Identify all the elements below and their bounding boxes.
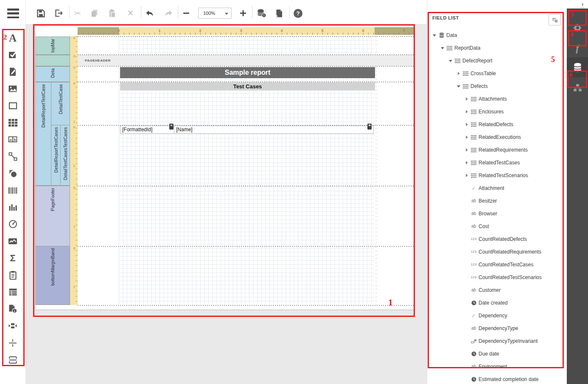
palette-item-chart[interactable] xyxy=(0,199,25,216)
chevron-collapsed-icon[interactable] xyxy=(466,123,468,126)
field-list-item-browser[interactable]: abBrowser xyxy=(427,207,567,220)
chevron-expanded-icon[interactable] xyxy=(457,85,460,88)
band-header-unnamed[interactable] xyxy=(35,55,70,66)
palette-item-panel[interactable] xyxy=(0,97,25,114)
data-field-name[interactable]: [Name] xyxy=(174,126,374,134)
chevron-collapsed-icon[interactable] xyxy=(466,97,468,101)
band-header-topMar[interactable]: topMar xyxy=(35,37,70,55)
palette-item-stacked-bars[interactable] xyxy=(0,351,25,368)
field-list-item-attachment[interactable]: ✓Attachment xyxy=(427,182,567,195)
data-field-formattedid[interactable]: [FormattedId] xyxy=(120,126,174,134)
field-list-item-dependencytype[interactable]: abDependencyType xyxy=(427,322,567,335)
palette-item-barcode[interactable] xyxy=(0,182,25,199)
field-list-item-relatedtestscenarios[interactable]: RelatedTestScenarios xyxy=(427,169,567,182)
band-separator-line[interactable] xyxy=(78,66,415,67)
palette-item-data-grid[interactable] xyxy=(0,284,25,301)
palette-item-total[interactable]: Σ xyxy=(0,250,25,267)
zoom-in-button[interactable] xyxy=(239,8,247,19)
field-list-item-countrelatedrequirements[interactable]: 123CountRelatedRequirements xyxy=(427,246,567,258)
palette-item-clipboard[interactable] xyxy=(0,267,25,284)
field-list-item-besitzer[interactable]: abBesitzer xyxy=(427,195,567,207)
save-button[interactable] xyxy=(36,8,45,19)
collapse-panel-chevron-icon[interactable]: › xyxy=(582,1,583,7)
field-list-item-dependencytypeinvariant[interactable]: DependencyTypeInvariant xyxy=(427,335,567,347)
chevron-collapsed-icon[interactable] xyxy=(466,136,468,139)
field-list-item-dependency[interactable]: ✓Dependency xyxy=(427,309,567,322)
palette-item-text[interactable]: A xyxy=(0,29,25,46)
chevron-expanded-icon[interactable] xyxy=(433,34,436,37)
chevron-expanded-icon[interactable] xyxy=(449,60,452,62)
band-header-bottomMarginBand[interactable]: bottomMarginBand xyxy=(35,246,70,305)
data-sources-icon: ! xyxy=(257,8,266,18)
field-list-item-countrelateddefects[interactable]: 123CountRelatedDefects xyxy=(427,233,567,246)
field-list-item-relateddefects[interactable]: RelatedDefects xyxy=(427,118,567,131)
palette-item-table[interactable] xyxy=(0,114,25,131)
palette-item-line[interactable] xyxy=(0,148,25,165)
field-list-item-customer[interactable]: abCustomer xyxy=(427,284,567,296)
field-list-item-reportdata[interactable]: ReportData xyxy=(427,42,567,54)
field-list-item-environment[interactable]: abEnvironment xyxy=(427,360,567,373)
right-rail-gear-button[interactable] xyxy=(567,18,588,38)
data-sources-button[interactable]: ! xyxy=(257,8,266,19)
chevron-expanded-icon[interactable] xyxy=(441,47,444,49)
field-list-item-relatedtestcases[interactable]: RelatedTestCases xyxy=(427,156,567,169)
band-separator-line[interactable] xyxy=(78,36,415,37)
page-header-band[interactable]: PAGEHEADER xyxy=(78,55,415,66)
band-header-DetailReportTestCase[interactable]: DetailReportTestCase xyxy=(35,82,51,186)
chevron-collapsed-icon[interactable] xyxy=(458,72,460,75)
report-subtitle-element[interactable]: Test Cases xyxy=(120,82,375,90)
chevron-collapsed-icon[interactable] xyxy=(466,174,468,177)
right-rail-structure-button[interactable] xyxy=(567,78,588,98)
field-list-item-crosstable[interactable]: CrossTable xyxy=(427,67,567,80)
zoom-out-button[interactable] xyxy=(182,8,190,19)
palette-item-image[interactable] xyxy=(0,80,25,97)
field-list-item-cost[interactable]: abCost xyxy=(427,220,567,233)
field-list-item-relatedrequirements[interactable]: RelatedRequirements xyxy=(427,144,567,156)
field-list-options-button[interactable] xyxy=(549,14,561,25)
band-separator-line[interactable] xyxy=(78,305,415,306)
band-header-DetailTestCase[interactable]: DetailTestCase xyxy=(51,82,70,125)
field-list-item-label: Estimated completion date xyxy=(479,376,538,382)
palette-item-sub-report[interactable]: i xyxy=(0,300,25,317)
palette-item-page-break[interactable] xyxy=(0,317,25,334)
field-list-item-due-date[interactable]: Due date xyxy=(427,347,567,360)
band-separator-line[interactable] xyxy=(78,82,415,82)
field-list-item-date-created[interactable]: Date created xyxy=(427,296,567,309)
chevron-collapsed-icon[interactable] xyxy=(466,110,468,113)
chevron-collapsed-icon[interactable] xyxy=(466,161,468,164)
band-header-DetailReportTestCases[interactable]: DetailReportTestCases xyxy=(51,125,61,186)
band-separator-line[interactable] xyxy=(78,125,415,126)
field-list-item-relatedexecutions[interactable]: RelatedExecutions xyxy=(427,131,567,144)
right-rail-database-button[interactable] xyxy=(567,57,588,77)
field-list-item-attachments[interactable]: Attachments xyxy=(427,93,567,105)
palette-item-rich-text[interactable] xyxy=(0,63,25,80)
band-separator-line[interactable] xyxy=(78,54,415,55)
script-button[interactable] xyxy=(275,8,283,19)
right-rail-function-button[interactable]: f xyxy=(567,38,588,58)
palette-item-text-in-cells[interactable]: ab xyxy=(0,131,25,148)
field-list-item-countrelatedtestscenarios[interactable]: 123CountRelatedTestScenarios xyxy=(427,271,567,284)
palette-item-gauge[interactable] xyxy=(0,216,25,233)
band-separator-line[interactable] xyxy=(78,186,415,186)
field-list-item-enclosures[interactable]: Enclosures xyxy=(427,105,567,118)
main-menu-icon[interactable] xyxy=(7,8,19,18)
palette-item-sparkline[interactable] xyxy=(0,233,25,250)
field-list-item-defectreport[interactable]: DefectReport xyxy=(427,54,567,67)
palette-item-shape[interactable] xyxy=(0,165,25,182)
band-header-PageFooter[interactable]: PageFooter xyxy=(35,186,70,246)
field-list-item-defects[interactable]: Defects xyxy=(427,80,567,93)
help-button[interactable]: ? xyxy=(294,8,302,19)
field-list-item-data[interactable]: Data xyxy=(427,29,567,42)
chevron-collapsed-icon[interactable] xyxy=(466,148,468,152)
report-title-element[interactable]: Sample report xyxy=(120,67,375,78)
band-header-DetailTestCasesTestCases[interactable]: DetailTestCasesTestCases xyxy=(60,125,70,186)
zoom-level-select[interactable]: 100% xyxy=(198,8,232,19)
band-separator-line[interactable] xyxy=(78,246,415,247)
palette-item-horizontal-line[interactable] xyxy=(0,334,25,351)
field-list-item-estimated-completion-date[interactable]: Estimated completion date xyxy=(427,373,567,384)
palette-item-checkbox[interactable] xyxy=(0,46,25,63)
band-header-Deta[interactable]: Deta xyxy=(35,66,70,82)
export-button[interactable] xyxy=(54,8,64,19)
undo-button[interactable] xyxy=(145,8,155,19)
field-list-item-countrelatedtestcases[interactable]: 123CountRelatedTestCases xyxy=(427,258,567,271)
